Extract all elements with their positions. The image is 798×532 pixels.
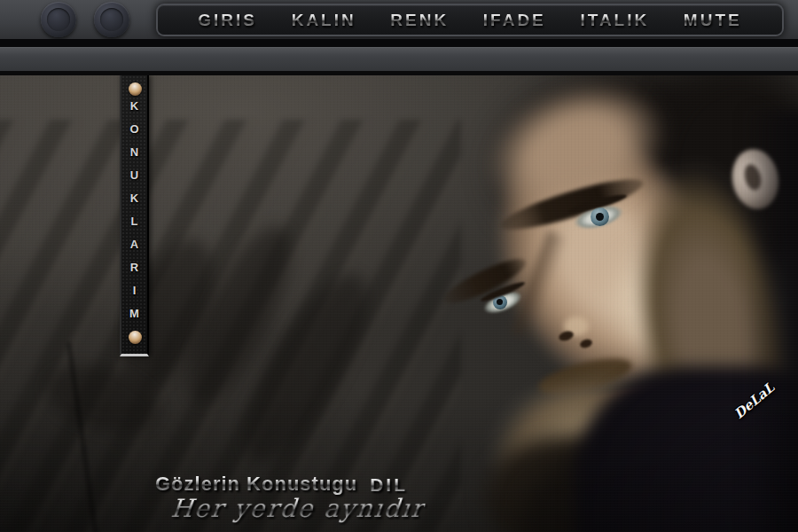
menu-item-mute[interactable]: MUTE (684, 11, 742, 30)
knob-icon[interactable] (41, 2, 76, 37)
right-shadow (743, 111, 798, 532)
stud-icon (129, 331, 142, 344)
menu-item-italik[interactable]: ITALIK (580, 11, 649, 30)
menu-item-ifade[interactable]: IFADE (483, 11, 546, 30)
stud-icon (129, 82, 142, 96)
caption-block: Gözlerin Konustugu DIL Her yerde aynıdır (155, 473, 425, 523)
guest-list-strip[interactable]: KONUKLARIM (120, 75, 149, 356)
caption-title: Gözlerin Konustugu (155, 473, 357, 496)
player-skin-window: GIRIS KALIN RENK IFADE ITALIK MUTE (0, 0, 798, 532)
caption-subtitle: Her yerde aynıdır (169, 494, 426, 523)
menu-item-renk[interactable]: RENK (390, 11, 449, 30)
background-artwork: KONUKLARIM Gözlerin Konustugu DIL Her ye… (0, 75, 798, 532)
menu-item-giris[interactable]: GIRIS (198, 11, 257, 30)
menu-bar: GIRIS KALIN RENK IFADE ITALIK MUTE (158, 5, 782, 35)
menu-item-kalin[interactable]: KALIN (292, 11, 356, 30)
pupil (497, 299, 503, 305)
knob-icon[interactable] (94, 2, 129, 37)
guest-list-label: KONUKLARIM (121, 100, 147, 329)
top-toolbar: GIRIS KALIN RENK IFADE ITALIK MUTE (0, 0, 798, 39)
caption-emphasis: DIL (370, 474, 408, 496)
secondary-toolbar (0, 47, 798, 71)
separator (0, 39, 798, 47)
pupil (596, 213, 604, 221)
